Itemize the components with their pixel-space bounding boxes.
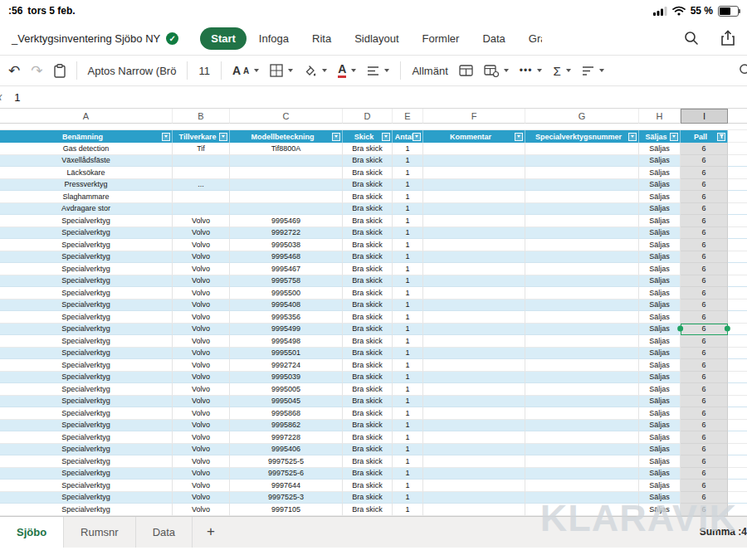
share-icon[interactable] xyxy=(720,30,735,46)
cell-modell[interactable] xyxy=(230,155,343,168)
cell-filler[interactable] xyxy=(728,324,747,336)
font-color-button[interactable]: A xyxy=(338,63,356,78)
cell-tillverkare[interactable]: Volvo xyxy=(173,287,230,299)
cell-benamning[interactable]: Avdragare stor xyxy=(0,203,173,216)
cell-tillverkare[interactable]: Volvo xyxy=(173,455,230,468)
cell-filler[interactable] xyxy=(728,191,747,203)
cell-tillverkare[interactable]: Volvo xyxy=(173,492,230,504)
cell-benamning[interactable]: Specialverktyg xyxy=(0,420,173,432)
cell-antal[interactable]: 1 xyxy=(393,372,423,384)
cell-antal[interactable]: 1 xyxy=(393,383,423,396)
toolbar-search-button[interactable] xyxy=(739,63,747,77)
cell-saljas[interactable]: Säljas xyxy=(639,348,681,360)
cell-specialnr[interactable] xyxy=(525,311,639,324)
cell-pall[interactable]: 6 xyxy=(681,420,728,432)
cell-antal[interactable]: 1 xyxy=(393,215,423,227)
cell-pall[interactable]: 6 xyxy=(681,191,728,203)
cell-antal[interactable]: 1 xyxy=(393,431,423,444)
cell-benamning[interactable]: Specialverktyg xyxy=(0,372,173,384)
cell-antal[interactable]: 1 xyxy=(393,287,423,299)
cell-skick[interactable]: Bra skick xyxy=(343,167,393,179)
cell-filler[interactable] xyxy=(728,480,747,492)
cell-antal[interactable]: 1 xyxy=(393,444,423,456)
cell-filler[interactable] xyxy=(728,311,747,324)
ribbon-tab-start[interactable]: Start xyxy=(200,27,247,50)
cell-skick[interactable]: Bra skick xyxy=(343,155,393,168)
cell-kommentar[interactable] xyxy=(423,480,525,492)
cell-specialnr[interactable] xyxy=(525,372,639,384)
cell-skick[interactable]: Bra skick xyxy=(343,191,393,203)
cell-benamning[interactable]: Specialverktyg xyxy=(0,492,173,504)
cell-specialnr[interactable] xyxy=(525,480,639,492)
cell-specialnr[interactable] xyxy=(525,227,639,240)
cell-saljas[interactable]: Säljas xyxy=(639,504,681,516)
sort-filter-button[interactable] xyxy=(582,66,604,76)
cell-benamning[interactable]: Specialverktyg xyxy=(0,263,173,275)
cell-specialnr[interactable] xyxy=(525,504,639,516)
cell-specialnr[interactable] xyxy=(525,287,639,299)
cell-pall[interactable]: 6 xyxy=(681,155,728,168)
cell-saljas[interactable]: Säljas xyxy=(639,468,681,480)
cell-benamning[interactable]: Specialverktyg xyxy=(0,227,173,240)
cell-modell[interactable]: 9992724 xyxy=(230,359,343,372)
filter-button-kommentar[interactable] xyxy=(515,133,523,141)
cell-kommentar[interactable] xyxy=(423,455,525,468)
column-letter-D[interactable]: D xyxy=(343,109,393,124)
cell-benamning[interactable]: Specialverktyg xyxy=(0,324,173,336)
cell-specialnr[interactable] xyxy=(525,455,639,468)
cell-kommentar[interactable] xyxy=(423,227,525,240)
cell-benamning[interactable]: Gas detection xyxy=(0,143,173,155)
cell-saljas[interactable]: Säljas xyxy=(639,480,681,492)
cell-pall[interactable]: 6 xyxy=(681,299,728,312)
ribbon-tab-sidlayout[interactable]: Sidlayout xyxy=(344,27,409,50)
filter-button-pall[interactable] xyxy=(717,133,725,141)
cell-skick[interactable]: Bra skick xyxy=(343,324,393,336)
cell-antal[interactable]: 1 xyxy=(393,227,423,240)
cell-pall[interactable]: 6 xyxy=(681,275,728,288)
cell-filler[interactable] xyxy=(728,155,747,168)
cell-modell[interactable]: 9992722 xyxy=(230,227,343,240)
cell-skick[interactable]: Bra skick xyxy=(343,444,393,456)
column-letter-I[interactable]: I xyxy=(681,109,728,124)
cell-specialnr[interactable] xyxy=(525,275,639,288)
cell-pall[interactable]: 6 xyxy=(681,324,728,336)
cell-modell[interactable]: 9995468 xyxy=(230,251,343,264)
cell-tillverkare[interactable]: Volvo xyxy=(173,407,230,420)
cell-benamning[interactable]: Specialverktyg xyxy=(0,287,173,299)
cell-antal[interactable]: 1 xyxy=(393,203,423,216)
cell-saljas[interactable]: Säljas xyxy=(639,263,681,275)
font-size-button[interactable]: 11 xyxy=(198,65,210,77)
cell-modell[interactable]: 9995005 xyxy=(230,383,343,396)
cell-tillverkare[interactable] xyxy=(173,155,230,168)
cell-saljas[interactable]: Säljas xyxy=(639,191,681,203)
cell-antal[interactable]: 1 xyxy=(393,275,423,288)
filter-button-antal[interactable] xyxy=(413,133,421,141)
cell-modell[interactable]: 9997644 xyxy=(230,480,343,492)
cell-pall[interactable]: 6 xyxy=(681,455,728,468)
cell-pall[interactable]: 6 xyxy=(681,383,728,396)
cell-tillverkare[interactable]: Volvo xyxy=(173,239,230,251)
cell-tillverkare[interactable] xyxy=(173,203,230,216)
cell-antal[interactable]: 1 xyxy=(393,504,423,516)
cell-benamning[interactable]: Specialverktyg xyxy=(0,275,173,288)
cell-filler[interactable] xyxy=(728,383,747,396)
cell-saljas[interactable]: Säljas xyxy=(639,396,681,408)
cell-antal[interactable]: 1 xyxy=(393,468,423,480)
cell-kommentar[interactable] xyxy=(423,155,525,168)
cell-kommentar[interactable] xyxy=(423,372,525,384)
cell-tillverkare[interactable]: Volvo xyxy=(173,444,230,456)
cell-filler[interactable] xyxy=(728,263,747,275)
cell-filler[interactable] xyxy=(728,372,747,384)
cell-benamning[interactable]: Specialverktyg xyxy=(0,455,173,468)
cell-kommentar[interactable] xyxy=(423,492,525,504)
cell-kommentar[interactable] xyxy=(423,335,525,348)
sheet-tab-rumsnr[interactable]: Rumsnr xyxy=(64,517,136,548)
cell-specialnr[interactable] xyxy=(525,444,639,456)
cell-benamning[interactable]: Specialverktyg xyxy=(0,359,173,372)
cell-skick[interactable]: Bra skick xyxy=(343,287,393,299)
cell-modell[interactable]: 9995498 xyxy=(230,335,343,348)
cell-antal[interactable]: 1 xyxy=(393,335,423,348)
cell-specialnr[interactable] xyxy=(525,167,639,179)
cell-modell[interactable] xyxy=(230,191,343,203)
cell-pall[interactable]: 6 xyxy=(681,359,728,372)
